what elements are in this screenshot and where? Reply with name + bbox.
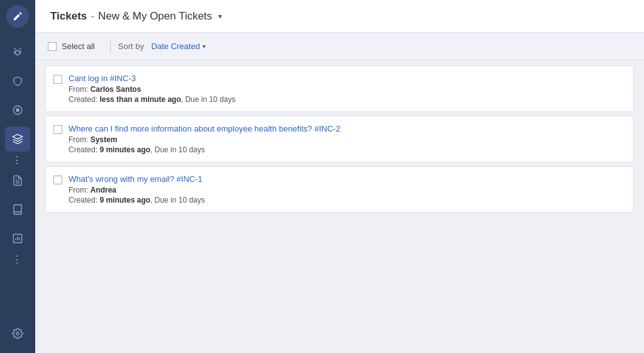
ticket-from-inc2: System xyxy=(91,135,118,144)
sidebar-item-shield[interactable] xyxy=(5,69,30,94)
main-content: Tickets - New & My Open Tickets ▾ Select… xyxy=(35,0,644,353)
sidebar-logo[interactable] xyxy=(6,5,29,28)
ticket-meta-inc1: From: Andrea xyxy=(69,186,623,194)
ticket-content-inc2: Where can I find more information about … xyxy=(69,124,623,154)
select-all-wrap: Select all xyxy=(48,42,95,51)
ticket-checkbox-inc1[interactable] xyxy=(53,176,62,184)
sidebar-more-dots-layers[interactable]: ⋮ xyxy=(5,154,30,166)
ticket-created-time-inc2: 9 minutes ago xyxy=(99,145,150,154)
ticket-title-inc2[interactable]: Where can I find more information about … xyxy=(69,124,312,133)
ticket-created-label-inc1: Created: xyxy=(69,196,97,205)
sort-by-label: Sort by xyxy=(118,42,144,51)
ticket-checkbox-inc3[interactable] xyxy=(53,75,62,84)
ticket-from-label-inc2: From: xyxy=(69,135,88,144)
ticket-meta-inc2: From: System xyxy=(69,135,623,144)
ticket-from-inc1: Andrea xyxy=(91,186,116,194)
ticket-due-inc1: Due in 10 days xyxy=(155,196,205,205)
select-all-label[interactable]: Select all xyxy=(62,42,95,51)
page-header: Tickets - New & My Open Tickets ▾ xyxy=(35,0,644,33)
table-row: Cant log in #INC-3 From: Carlos Santos C… xyxy=(45,65,634,112)
ticket-created-label-inc3: Created: xyxy=(69,95,97,104)
sidebar-more-dots-chart[interactable]: ⋮ xyxy=(5,253,30,266)
ticket-created-inc1: Created: 9 minutes ago, Due in 10 days xyxy=(69,196,623,205)
ticket-content-inc1: What's wrong with my email? #INC-1 From:… xyxy=(69,174,623,205)
ticket-created-inc3: Created: less than a minute ago, Due in … xyxy=(69,95,623,104)
title-view: New & My Open Tickets xyxy=(98,10,212,23)
ticket-meta-inc3: From: Carlos Santos xyxy=(69,85,623,94)
svg-point-1 xyxy=(16,109,19,112)
ticket-checkbox-inc2[interactable] xyxy=(53,125,62,134)
ticket-list: Cant log in #INC-3 From: Carlos Santos C… xyxy=(35,60,644,353)
ticket-from-label-inc1: From: xyxy=(69,186,88,194)
ticket-from-label-inc3: From: xyxy=(69,85,88,94)
list-toolbar: Select all Sort by Date Created ▾ xyxy=(35,33,644,60)
header-dropdown-icon[interactable]: ▾ xyxy=(218,12,222,21)
ticket-id-inc3: #INC-3 xyxy=(110,74,136,83)
ticket-title-inc3[interactable]: Cant log in xyxy=(69,74,108,83)
table-row: Where can I find more information about … xyxy=(45,116,634,162)
ticket-id-inc2: #INC-2 xyxy=(314,124,340,133)
ticket-created-time-inc3: less than a minute ago xyxy=(99,95,180,104)
sidebar-item-book[interactable] xyxy=(5,197,30,222)
sidebar-item-settings[interactable] xyxy=(5,321,30,346)
ticket-from-inc3: Carlos Santos xyxy=(91,85,142,94)
ticket-title-inc1[interactable]: What's wrong with my email? xyxy=(69,174,174,184)
ticket-created-inc2: Created: 9 minutes ago, Due in 10 days xyxy=(69,145,623,154)
sidebar-item-document[interactable] xyxy=(5,168,30,193)
ticket-created-time-inc1: 9 minutes ago xyxy=(99,196,150,205)
ticket-id-inc1: #INC-1 xyxy=(177,174,203,184)
select-all-checkbox[interactable] xyxy=(48,42,57,51)
sort-value-label: Date Created xyxy=(152,42,200,51)
sidebar-item-bug[interactable] xyxy=(5,40,30,65)
title-tickets: Tickets xyxy=(50,10,87,23)
sidebar-item-layers[interactable] xyxy=(5,126,30,152)
page-title: Tickets - New & My Open Tickets ▾ xyxy=(50,10,222,23)
toolbar-divider xyxy=(110,40,111,53)
sort-chevron-icon: ▾ xyxy=(203,43,206,50)
sidebar: ⋮ ⋮ xyxy=(0,0,35,353)
sidebar-item-chart[interactable] xyxy=(5,226,30,251)
sort-control[interactable]: Sort by Date Created ▾ xyxy=(118,42,206,51)
title-separator: - xyxy=(91,10,94,23)
ticket-due-inc2: Due in 10 days xyxy=(155,145,205,154)
ticket-created-label-inc2: Created: xyxy=(69,145,97,154)
svg-point-5 xyxy=(16,332,19,335)
sidebar-item-circle[interactable] xyxy=(5,98,30,123)
table-row: What's wrong with my email? #INC-1 From:… xyxy=(45,166,634,213)
ticket-content-inc3: Cant log in #INC-3 From: Carlos Santos C… xyxy=(69,74,623,104)
ticket-due-inc3: Due in 10 days xyxy=(185,95,235,104)
